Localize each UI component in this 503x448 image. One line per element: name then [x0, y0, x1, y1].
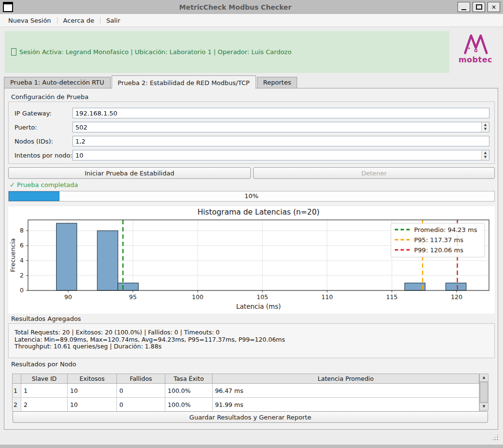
- tab-bar: Prueba 1: Auto-detección RTUPrueba 2: Es…: [4, 75, 298, 88]
- column-header-slave-id[interactable]: Slave ID: [21, 374, 68, 384]
- aggregated-line: Total Requests: 20 | Exitosos: 20 (100.0…: [14, 329, 489, 336]
- spin-up-icon[interactable]: ▲: [482, 123, 489, 127]
- table-scrollbar[interactable]: ▲ ▼: [479, 374, 489, 411]
- y-tick-label: 2: [20, 272, 24, 279]
- spinner-buttons[interactable]: ▲▼: [481, 122, 489, 132]
- window-icon: [3, 2, 13, 12]
- table-header-row: Slave IDExitososFallidosTasa ÉxitoLatenc…: [13, 374, 479, 384]
- config-section-title: Configuración de Prueba: [11, 93, 88, 101]
- menu-separator: [100, 17, 101, 24]
- menu-bar: Nueva SesiónAcerca deSalir: [0, 14, 503, 27]
- ip-gateway-label: IP Gateway:: [14, 110, 72, 117]
- config-form: IP Gateway:Puerto:▲▼Nodos (IDs):Intentos…: [14, 108, 489, 160]
- tab-prueba-2-estabilidad-de-red-modbus-tcp[interactable]: Prueba 2: Estabilidad de RED Modbus/TCP: [112, 75, 256, 89]
- column-header-latencia-promedio[interactable]: Latencia Promedio: [213, 374, 479, 384]
- form-row: Nodos (IDs):: [14, 136, 489, 146]
- intentos-por-nodo-label: Intentos por nodo:: [14, 152, 72, 159]
- table-cell: 96.47 ms: [213, 384, 479, 398]
- table-row[interactable]: 22100100.0%91.99 ms: [13, 398, 479, 412]
- ip-gateway-input[interactable]: [73, 110, 489, 117]
- puerto-input[interactable]: [73, 124, 489, 131]
- progress-bar: 10%: [8, 191, 495, 202]
- spinner-buttons[interactable]: ▲▼: [481, 150, 489, 160]
- progress-label: 10%: [9, 191, 494, 201]
- form-row: IP Gateway:: [14, 108, 489, 118]
- x-tick-label: 100: [192, 293, 203, 301]
- y-tick-label: 8: [20, 227, 24, 234]
- window-title: MetricCheck Modbus Checker: [13, 3, 458, 11]
- table-cell: 2: [21, 398, 68, 412]
- brand-name: mobtec: [455, 55, 496, 64]
- y-axis-label: Frecuencia: [9, 238, 16, 272]
- menu-item-acerca-de[interactable]: Acerca de: [59, 15, 99, 26]
- minimize-button[interactable]: [458, 2, 470, 12]
- ip-gateway-field: [72, 108, 489, 118]
- window-controls: ✕: [458, 2, 500, 12]
- start-test-button[interactable]: Iniciar Prueba de Estabilidad: [8, 167, 251, 179]
- menu-item-salir[interactable]: Salir: [102, 15, 125, 26]
- table-cell: 100.0%: [165, 398, 213, 412]
- menu-item-nueva-sesion[interactable]: Nueva Sesión: [4, 15, 56, 26]
- intentos-por-nodo-field: ▲▼: [72, 150, 489, 160]
- spin-down-icon[interactable]: ▼: [482, 127, 489, 131]
- table-cell: 91.99 ms: [213, 398, 479, 412]
- form-row: Intentos por nodo:▲▼: [14, 150, 489, 160]
- x-axis-label: Latencia (ms): [236, 303, 281, 310]
- aggregated-line: Throughput: 10.61 queries/seg | Duración…: [14, 343, 489, 350]
- nodos-ids-field: [72, 136, 489, 146]
- table-corner-cell: [13, 374, 21, 384]
- x-tick-label: 110: [321, 293, 333, 301]
- table-cell: 10: [68, 398, 117, 412]
- histogram-bar: [118, 283, 138, 290]
- histogram-bar: [446, 283, 466, 290]
- x-tick-label: 105: [257, 293, 268, 301]
- latency-histogram-chart: 909510010511011512002468Histograma de La…: [8, 206, 495, 314]
- spin-down-icon[interactable]: ▼: [482, 155, 489, 159]
- title-bar: MetricCheck Modbus Checker ✕: [0, 0, 503, 14]
- x-tick-label: 95: [129, 293, 137, 301]
- mobtec-logo-icon: [460, 31, 491, 56]
- y-tick-label: 0: [20, 287, 24, 294]
- menu-separator: [57, 17, 57, 24]
- minimize-icon: [461, 9, 466, 10]
- puerto-field: ▲▼: [72, 122, 489, 132]
- tab-prueba-1-auto-deteccion-rtu[interactable]: Prueba 1: Auto-detección RTU: [4, 77, 111, 88]
- aggregated-results-text: Total Requests: 20 | Exitosos: 20 (100.0…: [9, 324, 494, 356]
- stop-button[interactable]: Detener: [253, 167, 495, 179]
- window-bottom-edge: [0, 445, 503, 448]
- column-header-tasa-exito[interactable]: Tasa Éxito: [165, 374, 213, 384]
- nodos-ids-input[interactable]: [73, 138, 489, 145]
- resize-grip[interactable]: [491, 434, 499, 441]
- spin-up-icon[interactable]: ▲: [482, 151, 489, 155]
- maximize-button[interactable]: [473, 2, 485, 12]
- intentos-por-nodo-input[interactable]: [73, 152, 489, 159]
- tab-content-pane: Configuración de Prueba IP Gateway:Puert…: [4, 88, 498, 430]
- puerto-label: Puerto:: [14, 124, 72, 131]
- chart-background: [8, 206, 495, 314]
- table-row[interactable]: 11100100.0%96.47 ms: [13, 384, 479, 398]
- table-cell: 10: [68, 384, 117, 398]
- aggregated-section-title: Resultados Agregados: [11, 315, 81, 322]
- scroll-down-icon[interactable]: ▼: [480, 403, 488, 410]
- tab-reportes[interactable]: Reportes: [257, 77, 298, 88]
- config-section: IP Gateway:Puerto:▲▼Nodos (IDs):Intentos…: [8, 101, 495, 164]
- missing-glyph-box: [11, 48, 16, 56]
- maximize-icon: [476, 4, 482, 10]
- save-report-button[interactable]: Guardar Resultados y Generar Reporte: [13, 411, 488, 423]
- row-index: 1: [13, 384, 21, 398]
- aggregated-line: Latencia: Min=89.09ms, Max=120.74ms, Avg…: [14, 336, 489, 344]
- x-tick-label: 120: [451, 293, 462, 301]
- scroll-up-icon[interactable]: ▲: [480, 374, 488, 382]
- scrollbar-thumb[interactable]: [480, 382, 488, 403]
- y-tick-label: 6: [20, 242, 24, 249]
- per-node-section-title: Resultados por Nodo: [11, 361, 76, 368]
- column-header-fallidos[interactable]: Fallidos: [117, 374, 165, 384]
- y-tick-label: 4: [20, 257, 24, 264]
- close-button[interactable]: ✕: [488, 2, 500, 12]
- legend-label: P95: 117.37 ms: [414, 236, 463, 244]
- column-header-exitosos[interactable]: Exitosos: [68, 374, 117, 384]
- histogram-svg: 909510010511011512002468Histograma de La…: [8, 206, 495, 314]
- histogram-bar: [97, 231, 118, 290]
- nodos-ids-label: Nodos (IDs):: [14, 138, 72, 145]
- brand-logo: mobtec: [455, 30, 496, 74]
